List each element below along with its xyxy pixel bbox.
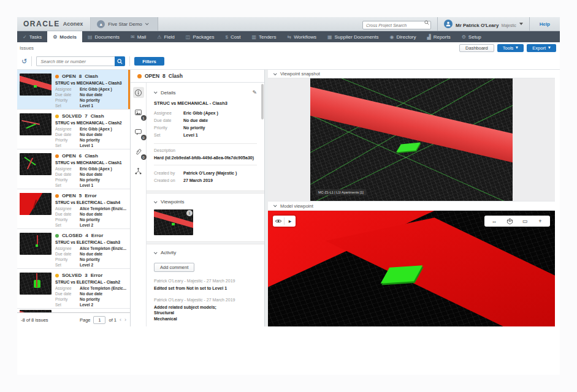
- nav-item-workflows[interactable]: ⇆ Workflows: [281, 31, 321, 42]
- dashboard-button[interactable]: Dashboard: [459, 44, 494, 52]
- add-comment-button[interactable]: Add comment: [154, 263, 194, 272]
- viewpoints-tab[interactable]: 1: [133, 107, 144, 118]
- nav-item-directory[interactable]: ◉ Directory: [384, 31, 422, 42]
- viewpoints-count-badge: 1: [141, 115, 147, 121]
- nav-label: Supplier Documents: [334, 34, 378, 40]
- nav-item-reports[interactable]: ▟ Reports: [422, 31, 456, 42]
- field-value: Level 1: [183, 132, 198, 139]
- field-value: No due date: [80, 211, 102, 217]
- nav-label: Models: [59, 34, 77, 40]
- caret-down-icon: [519, 23, 523, 25]
- viewpoint-snapshot-header[interactable]: Viewpoint snapshot: [268, 70, 555, 78]
- refresh-icon[interactable]: ↺: [21, 58, 27, 64]
- nav-item-tasks[interactable]: ✓ Tasks: [17, 31, 47, 42]
- related-models-tab[interactable]: [133, 165, 144, 176]
- details-section-header[interactable]: Details ✎: [154, 89, 257, 96]
- issue-number: 7: [85, 113, 87, 119]
- viewpoint-thumbnail[interactable]: 1: [154, 209, 193, 235]
- field-value: Level 2: [80, 302, 93, 307]
- status-dot: [55, 115, 59, 118]
- cross-project-search-input[interactable]: [362, 21, 431, 29]
- edit-icon[interactable]: ✎: [252, 89, 257, 96]
- chevron-down-icon: [273, 72, 277, 75]
- nav-item-tenders[interactable]: ▥ Tenders: [246, 31, 281, 42]
- issue-card[interactable]: CLOSED 4 Error STRUC vs ELECTRICAL - Cla…: [17, 229, 130, 269]
- paperclip-icon: [134, 148, 142, 156]
- nav-item-documents[interactable]: ▤ Documents: [82, 31, 125, 42]
- issue-number: 3: [85, 273, 87, 278]
- divider: [31, 56, 32, 66]
- zoom-out-icon[interactable]: ▭: [521, 217, 529, 225]
- nav-label: Cost: [231, 34, 240, 40]
- detail-status: OPEN: [145, 73, 159, 79]
- issue-thumbnail: [20, 74, 52, 96]
- page-of-label: of 1: [109, 317, 117, 323]
- nav-label: Tenders: [259, 34, 276, 40]
- user-menu[interactable]: Mr Patrick O'Leary Majestic: [438, 17, 529, 31]
- info-tab[interactable]: [133, 87, 144, 98]
- detail-title: STRUC vs MECHANICAL - Clash3: [154, 100, 257, 106]
- supplier-documents-icon: ▦: [327, 34, 332, 40]
- filters-button[interactable]: Filters: [134, 57, 164, 66]
- issue-card[interactable]: OPEN 5 Error STRUC vs ELECTRICAL - Clash…: [17, 189, 130, 229]
- field-label: Due date: [55, 172, 80, 177]
- comments-tab[interactable]: 0: [133, 126, 144, 137]
- model-viewpoint-canvas[interactable]: ▸ ↔ ▭ +: [268, 211, 555, 326]
- page-number-input[interactable]: [93, 316, 105, 324]
- viewpoint-snapshot-label: Viewpoint snapshot: [280, 71, 320, 77]
- field-value: Patrick O'Leary (Majestic ): [183, 170, 237, 177]
- nav-item-mail[interactable]: ✉ Mail: [125, 31, 151, 42]
- issue-list: OPEN 8 Clash STRUC vs MECHANICAL - Clash…: [17, 70, 130, 312]
- comment-icon: [134, 128, 142, 136]
- nav-item-field[interactable]: ⚠ Field: [151, 31, 180, 42]
- field-value: Eric Gibb (Apex ): [183, 110, 218, 117]
- activity-text: Edited set from Not in set to Level 1: [154, 285, 257, 292]
- issue-search-input[interactable]: [36, 56, 115, 66]
- attachments-tab[interactable]: 0: [133, 146, 144, 157]
- tools-label: Tools: [503, 45, 514, 51]
- export-label: Export: [532, 45, 546, 51]
- field-value: No due date: [80, 251, 102, 257]
- nav-item-models[interactable]: ⚙ Models: [47, 31, 82, 42]
- description-value: Hard (id:2eb9edaf-bfdb-449d-a8ea-0fa7dc9…: [154, 155, 257, 160]
- search-icon: [117, 59, 123, 64]
- scrollbar-thumb[interactable]: [261, 84, 264, 119]
- issue-number: 6: [79, 153, 82, 159]
- page-label: Page: [80, 317, 91, 323]
- issue-card[interactable]: OPEN 8 Clash STRUC vs MECHANICAL - Clash…: [17, 70, 130, 110]
- nav-item-cost[interactable]: $ Cost: [220, 31, 246, 42]
- field-label: Priority: [55, 177, 80, 183]
- activity-text: Mechanical: [154, 316, 257, 322]
- issue-title: STRUC vs ELECTRICAL - Clash4: [55, 200, 127, 205]
- viewpoints-section-header[interactable]: Viewpoints: [154, 199, 257, 205]
- tools-button[interactable]: Tools: [497, 44, 524, 52]
- export-button[interactable]: Export: [527, 44, 556, 52]
- nav-item-supplier-documents[interactable]: ▦ Supplier Documents: [322, 31, 384, 42]
- zoom-in-icon[interactable]: +: [536, 217, 545, 225]
- search-icon[interactable]: [424, 20, 429, 25]
- issue-card[interactable]: SOLVED 7 Clash STRUC vs MECHANICAL - Cla…: [17, 110, 130, 149]
- search-button[interactable]: [115, 56, 125, 66]
- issue-title: STRUC vs MECHANICAL - Clash1: [55, 160, 127, 165]
- viewpoint-number-badge: 1: [186, 210, 193, 216]
- activity-section-header[interactable]: Activity: [154, 250, 257, 255]
- issue-card[interactable]: SOLVED 3 Error STRUC vs ELECTRICAL - Cla…: [17, 269, 130, 309]
- help-link[interactable]: Help: [529, 17, 560, 31]
- setup-gear-icon: ⚙: [462, 34, 466, 40]
- issue-card[interactable]: OPEN 6 Clash STRUC vs MECHANICAL - Clash…: [17, 149, 130, 189]
- expand-toolbar-icon[interactable]: ▸: [286, 217, 294, 225]
- project-selector[interactable]: ▲ Five Star Demo: [91, 17, 158, 31]
- eye-icon[interactable]: [274, 217, 283, 225]
- nav-item-packages[interactable]: ◫ Packages: [180, 31, 220, 42]
- nav-item-setup[interactable]: ⚙ Setup: [456, 31, 487, 42]
- model-viewpoint-header[interactable]: Model viewpoint: [268, 201, 555, 211]
- section-cube-icon[interactable]: [505, 217, 514, 225]
- field-value: No due date: [80, 172, 102, 177]
- next-page-icon[interactable]: ›: [124, 317, 126, 323]
- list-pagination: -8 of 8 issues Page of 1 ‹ ›: [17, 312, 130, 326]
- cross-project-search: [362, 18, 431, 30]
- field-value: Alice Templeton (Enzic...: [80, 246, 126, 251]
- pan-icon[interactable]: ↔: [490, 217, 499, 225]
- prev-page-icon[interactable]: ‹: [120, 317, 121, 323]
- field-label: Assignee: [55, 246, 80, 251]
